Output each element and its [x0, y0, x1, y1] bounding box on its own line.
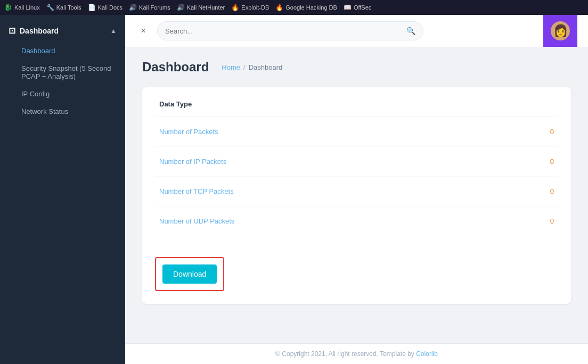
bookmark-label-google-hacking-db: Google Hacking DB — [285, 4, 337, 11]
sidebar-item-network-status[interactable]: Network Status — [0, 103, 125, 120]
row-value-0: 0 — [550, 128, 554, 136]
chevron-up-icon: ▲ — [110, 27, 117, 35]
sidebar-item-ip-config[interactable]: IP Config — [0, 85, 125, 103]
bookmark-item-kali-tools[interactable]: 🔧Kali Tools — [46, 4, 81, 11]
app-wrapper: ⊡ Dashboard ▲ DashboardSecurity Snapshot… — [0, 15, 588, 364]
column-header-data-type: Data Type — [159, 100, 192, 108]
page-content: Dashboard Home / Dashboard Data Type Num… — [125, 47, 588, 343]
row-label-2: Number of TCP Packets — [159, 187, 234, 195]
bookmark-label-kali-nethunter: Kali NetHunter — [187, 4, 225, 11]
bookmark-item-kali-nethunter[interactable]: 🔊Kali NetHunter — [177, 4, 225, 11]
bookmark-item-offsec[interactable]: 📖OffSec — [344, 4, 371, 11]
avatar: 👩 — [551, 21, 570, 40]
bookmark-label-exploit-db: Exploit-DB — [241, 4, 269, 11]
table-body: Number of Packets0Number of IP Packets0N… — [155, 117, 558, 236]
footer-link[interactable]: Colorlib — [416, 350, 438, 358]
avatar-image: 👩 — [553, 24, 568, 38]
search-bar: 🔍 — [157, 21, 423, 40]
page-header-inner: Dashboard Home / Dashboard — [142, 60, 282, 75]
sidebar-item-security-snapshot[interactable]: Security Snapshot (5 Second PCAP + Analy… — [0, 60, 125, 85]
bookmark-icon-kali-tools: 🔧 — [46, 4, 54, 11]
user-avatar-button[interactable]: 👩 — [543, 15, 577, 47]
main-content: × 🔍 👩 Dashboard Home — [125, 15, 588, 364]
top-bar-right: 👩 — [543, 15, 577, 47]
table-header: Data Type — [155, 100, 558, 117]
download-section: Download — [155, 257, 224, 291]
sidebar-header-left: ⊡ Dashboard — [9, 26, 59, 36]
bookmark-icon-kali-linux: 🐉 — [4, 4, 12, 11]
search-input[interactable] — [165, 27, 402, 35]
bookmark-icon-kali-docs: 📄 — [88, 4, 96, 11]
sidebar-item-dashboard[interactable]: Dashboard — [0, 42, 125, 60]
table-row: Number of IP Packets0 — [155, 147, 558, 177]
sidebar-menu: DashboardSecurity Snapshot (5 Second PCA… — [0, 42, 125, 120]
row-value-3: 0 — [550, 217, 554, 225]
sidebar: ⊡ Dashboard ▲ DashboardSecurity Snapshot… — [0, 15, 125, 364]
bookmark-item-kali-forums[interactable]: 🔊Kali Forums — [129, 4, 170, 11]
search-icon: 🔍 — [406, 27, 415, 35]
bookmark-item-google-hacking-db[interactable]: 🔥Google Hacking DB — [275, 4, 337, 11]
table-row: Number of Packets0 — [155, 117, 558, 147]
close-button[interactable]: × — [136, 23, 151, 38]
footer: © Copyright 2021, All right reserved. Te… — [125, 343, 588, 364]
breadcrumb-current: Dashboard — [249, 63, 283, 71]
table-row: Number of UDP Packets0 — [155, 206, 558, 236]
row-label-0: Number of Packets — [159, 128, 218, 136]
bookmark-label-kali-forums: Kali Forums — [139, 4, 170, 11]
bookmark-icon-offsec: 📖 — [344, 4, 352, 11]
bookmarks-bar: 🐉Kali Linux🔧Kali Tools📄Kali Docs🔊Kali Fo… — [0, 0, 588, 15]
breadcrumb-separator: / — [243, 63, 246, 71]
data-card: Data Type Number of Packets0Number of IP… — [142, 87, 571, 304]
bookmark-icon-exploit-db: 🔥 — [231, 4, 239, 11]
sidebar-section-label: Dashboard — [20, 27, 59, 35]
table-row: Number of TCP Packets0 — [155, 177, 558, 206]
dashboard-icon: ⊡ — [9, 26, 15, 36]
bookmark-icon-kali-nethunter: 🔊 — [177, 4, 185, 11]
sidebar-section-dashboard: ⊡ Dashboard ▲ DashboardSecurity Snapshot… — [0, 15, 125, 125]
page-header: Dashboard Home / Dashboard — [142, 60, 571, 75]
top-bar: × 🔍 👩 — [125, 15, 588, 47]
bookmark-label-kali-docs: Kali Docs — [98, 4, 123, 11]
row-value-2: 0 — [550, 187, 554, 195]
download-button[interactable]: Download — [162, 264, 217, 284]
footer-text: © Copyright 2021, All right reserved. Te… — [275, 350, 416, 358]
row-value-1: 0 — [550, 158, 554, 166]
page-title: Dashboard — [142, 60, 209, 75]
breadcrumb-home[interactable]: Home — [222, 63, 240, 71]
row-label-1: Number of IP Packets — [159, 158, 226, 166]
row-label-3: Number of UDP Packets — [159, 217, 234, 225]
bookmark-label-offsec: OffSec — [354, 4, 371, 11]
bookmark-item-exploit-db[interactable]: 🔥Exploit-DB — [231, 4, 269, 11]
download-wrapper: Download — [155, 246, 558, 291]
bookmark-item-kali-linux[interactable]: 🐉Kali Linux — [4, 4, 40, 11]
bookmark-icon-kali-forums: 🔊 — [129, 4, 137, 11]
bookmark-label-kali-linux: Kali Linux — [14, 4, 40, 11]
sidebar-header-dashboard[interactable]: ⊡ Dashboard ▲ — [0, 19, 125, 42]
bookmark-icon-google-hacking-db: 🔥 — [275, 4, 283, 11]
bookmark-item-kali-docs[interactable]: 📄Kali Docs — [88, 4, 123, 11]
bookmark-label-kali-tools: Kali Tools — [56, 4, 81, 11]
close-icon: × — [141, 26, 145, 36]
breadcrumb: Home / Dashboard — [222, 63, 282, 71]
